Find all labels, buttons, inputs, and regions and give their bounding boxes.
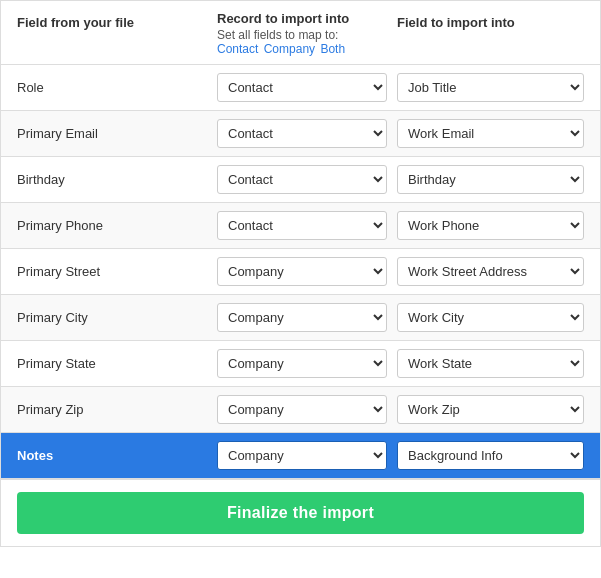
import-field-select[interactable]: Work City (397, 303, 584, 332)
table-row: Primary EmailContactCompanyBothWork Emai… (1, 111, 600, 157)
set-all-company-link[interactable]: Company (264, 42, 315, 56)
rows-container: RoleContactCompanyBothJob TitlePrimary E… (1, 65, 600, 479)
import-mapping-container: Field from your file Record to import in… (0, 0, 601, 547)
field-label: Role (17, 80, 217, 95)
field-label: Primary Email (17, 126, 217, 141)
table-row: Primary CityContactCompanyBothWork City (1, 295, 600, 341)
field-label: Primary Phone (17, 218, 217, 233)
record-select[interactable]: ContactCompanyBoth (217, 211, 387, 240)
record-select[interactable]: ContactCompanyBoth (217, 73, 387, 102)
record-select[interactable]: ContactCompanyBoth (217, 349, 387, 378)
field-label: Birthday (17, 172, 217, 187)
field-label: Primary Zip (17, 402, 217, 417)
import-field-select[interactable]: Work State (397, 349, 584, 378)
import-field-select[interactable]: Birthday (397, 165, 584, 194)
set-all-row: Set all fields to map to: Contact Compan… (217, 28, 397, 56)
record-select[interactable]: ContactCompanyBoth (217, 441, 387, 470)
finalize-row: Finalize the import (1, 479, 600, 546)
import-field-select[interactable]: Work Email (397, 119, 584, 148)
import-field-select[interactable]: Work Phone (397, 211, 584, 240)
import-field-select[interactable]: Work Street Address (397, 257, 584, 286)
table-row: Primary StateContactCompanyBothWork Stat… (1, 341, 600, 387)
record-select[interactable]: ContactCompanyBoth (217, 257, 387, 286)
finalize-button[interactable]: Finalize the import (17, 492, 584, 534)
table-row: BirthdayContactCompanyBothBirthday (1, 157, 600, 203)
record-select[interactable]: ContactCompanyBoth (217, 165, 387, 194)
table-row: Primary StreetContactCompanyBothWork Str… (1, 249, 600, 295)
field-label: Primary City (17, 310, 217, 325)
record-select[interactable]: ContactCompanyBoth (217, 395, 387, 424)
table-header: Field from your file Record to import in… (1, 1, 600, 65)
header-field-to-import: Field to import into (397, 11, 584, 30)
field-label: Notes (17, 448, 217, 463)
record-select[interactable]: ContactCompanyBoth (217, 303, 387, 332)
import-field-select[interactable]: Work Zip (397, 395, 584, 424)
header-field-from-file: Field from your file (17, 11, 217, 30)
table-row: RoleContactCompanyBothJob Title (1, 65, 600, 111)
table-row: Primary PhoneContactCompanyBothWork Phon… (1, 203, 600, 249)
header-record-to-import: Record to import into Set all fields to … (217, 11, 397, 56)
record-select[interactable]: ContactCompanyBoth (217, 119, 387, 148)
table-row: NotesContactCompanyBothBackground Info (1, 433, 600, 479)
field-label: Primary State (17, 356, 217, 371)
table-row: Primary ZipContactCompanyBothWork Zip (1, 387, 600, 433)
set-all-both-link[interactable]: Both (320, 42, 345, 56)
import-field-select[interactable]: Background Info (397, 441, 584, 470)
import-field-select[interactable]: Job Title (397, 73, 584, 102)
field-label: Primary Street (17, 264, 217, 279)
set-all-contact-link[interactable]: Contact (217, 42, 258, 56)
